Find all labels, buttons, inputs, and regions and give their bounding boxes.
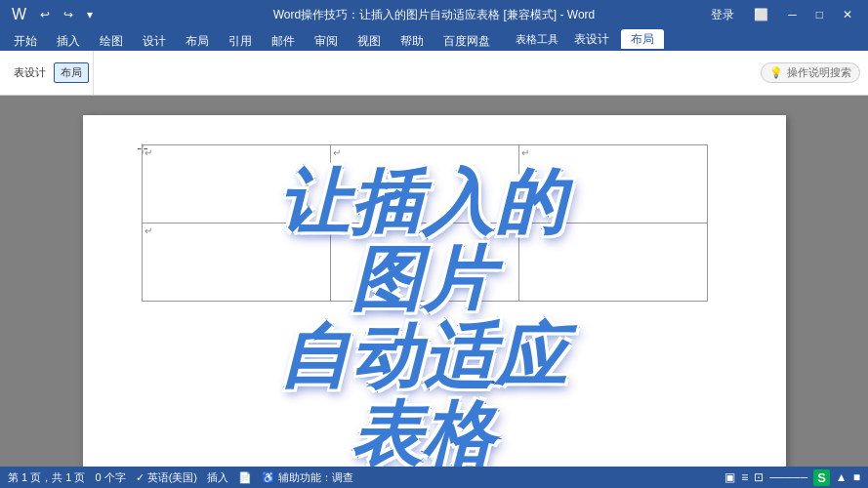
window-title: Word操作技巧：让插入的图片自动适应表格 [兼容模式] - Word bbox=[273, 7, 596, 23]
document-icon: 📄 bbox=[238, 471, 252, 484]
table-cell[interactable]: ↵ bbox=[518, 224, 707, 302]
language-label: 英语(美国) bbox=[147, 470, 197, 485]
tab-review[interactable]: 审阅 bbox=[305, 31, 348, 51]
table-cell[interactable]: ↵ bbox=[142, 145, 330, 224]
search-box[interactable]: 💡 操作说明搜索 bbox=[761, 62, 860, 83]
check-icon: ✓ bbox=[136, 471, 145, 484]
tab-layout[interactable]: 布局 bbox=[176, 31, 219, 51]
tab-insert[interactable]: 插入 bbox=[47, 31, 90, 51]
close-button[interactable]: ✕ bbox=[835, 6, 860, 23]
tab-view[interactable]: 视图 bbox=[348, 31, 391, 51]
tab-table-layout[interactable]: 布局 bbox=[621, 29, 664, 49]
status-bar: 第 1 页，共 1 页 0 个字 ✓ 英语(美国) 插入 📄 ♿ 辅助功能：调查… bbox=[0, 467, 868, 488]
tab-help[interactable]: 帮助 bbox=[391, 31, 434, 51]
title-bar: W ↩ ↪ ▾ Word操作技巧：让插入的图片自动适应表格 [兼容模式] - W… bbox=[0, 0, 868, 29]
view-icon-1[interactable]: ▣ bbox=[724, 470, 735, 484]
ribbon-tab-row: 开始 插入 绘图 设计 布局 引用 邮件 审阅 视图 帮助 百度网盘 表格工具 … bbox=[0, 29, 868, 51]
cell-return-icon: ↵ bbox=[145, 147, 152, 158]
zoom-slider[interactable]: ───── bbox=[769, 471, 807, 483]
quick-access-more[interactable]: ▾ bbox=[83, 6, 97, 23]
document-area: ⊹ ↵ ↵ ↵ ↵ ↵ ↵ 让插入的图片自动适应表格 ↵ bbox=[0, 96, 868, 467]
login-button[interactable]: 登录 bbox=[703, 5, 742, 25]
cell-return-icon: ↵ bbox=[521, 147, 529, 158]
table-design-btn[interactable]: 表设计 bbox=[8, 63, 52, 82]
cell-return-icon: ↵ bbox=[521, 225, 529, 236]
tab-baidu[interactable]: 百度网盘 bbox=[434, 31, 500, 51]
maximize-button[interactable]: □ bbox=[808, 6, 831, 23]
insert-mode[interactable]: 插入 bbox=[207, 470, 228, 485]
tab-mailings[interactable]: 邮件 bbox=[262, 31, 305, 51]
table-cell[interactable]: ↵ bbox=[142, 224, 330, 302]
ribbon-command-bar: 表设计 布局 💡 操作说明搜索 bbox=[0, 51, 868, 96]
page-count: 第 1 页，共 1 页 bbox=[8, 470, 85, 485]
cell-return-icon: ↵ bbox=[145, 225, 152, 236]
document-page: ⊹ ↵ ↵ ↵ ↵ ↵ ↵ 让插入的图片自动适应表格 ↵ bbox=[83, 115, 786, 467]
taskbar-icon-2[interactable]: ■ bbox=[853, 470, 860, 484]
view-icon-2[interactable]: ≡ bbox=[741, 470, 748, 484]
tab-table-design[interactable]: 表设计 bbox=[564, 29, 619, 49]
table-cell[interactable]: ↵ bbox=[518, 145, 707, 224]
redo-button[interactable]: ↪ bbox=[60, 6, 77, 23]
title-bar-left: W ↩ ↪ ▾ bbox=[8, 4, 97, 25]
taskbar-icon-1[interactable]: ▲ bbox=[836, 470, 847, 484]
layout-btn[interactable]: 布局 bbox=[54, 62, 89, 83]
undo-button[interactable]: ↩ bbox=[36, 6, 54, 23]
context-tab-group: 表格工具 表设计 布局 bbox=[516, 29, 668, 51]
accessibility-label[interactable]: ♿ 辅助功能：调查 bbox=[262, 470, 353, 485]
ribbon-toggle[interactable]: ⬜ bbox=[746, 6, 776, 23]
word-icon: W bbox=[8, 4, 30, 25]
tab-home[interactable]: 开始 bbox=[4, 31, 47, 51]
language-indicator[interactable]: ✓ 英语(美国) bbox=[136, 470, 197, 485]
table-cell[interactable]: ↵ bbox=[330, 145, 518, 224]
ribbon-group-main: 表设计 布局 bbox=[4, 51, 94, 95]
table-cell[interactable]: ↵ bbox=[330, 224, 518, 302]
tab-draw[interactable]: 绘图 bbox=[90, 31, 133, 51]
cell-return-icon: ↵ bbox=[333, 147, 341, 158]
lightbulb-icon: 💡 bbox=[769, 66, 783, 79]
table-tools-label: 表格工具 bbox=[516, 32, 558, 47]
tab-design[interactable]: 设计 bbox=[133, 31, 176, 51]
minimize-button[interactable]: ─ bbox=[780, 6, 805, 23]
cell-return-icon: ↵ bbox=[333, 225, 341, 236]
wps-icon: S bbox=[813, 469, 830, 486]
title-bar-controls: 登录 ⬜ ─ □ ✕ bbox=[703, 5, 860, 25]
view-icon-3[interactable]: ⊡ bbox=[754, 470, 764, 484]
search-label: 操作说明搜索 bbox=[787, 65, 851, 80]
table-row: ↵ ↵ ↵ bbox=[142, 224, 707, 302]
tab-references[interactable]: 引用 bbox=[219, 31, 262, 51]
word-table: ↵ ↵ ↵ ↵ ↵ ↵ bbox=[142, 144, 708, 302]
status-right-group: ▣ ≡ ⊡ ───── S ▲ ■ bbox=[724, 469, 860, 486]
char-count: 0 个字 bbox=[95, 470, 125, 485]
table-row: ↵ ↵ ↵ bbox=[142, 145, 707, 224]
accessibility-icon: ♿ bbox=[262, 471, 275, 484]
